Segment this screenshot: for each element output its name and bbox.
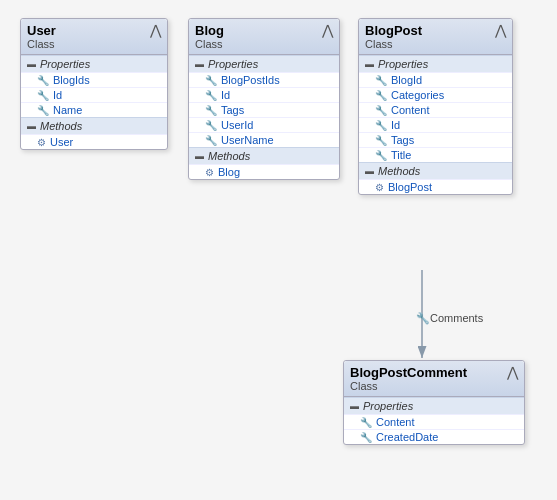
wrench-icon-categories: 🔧 (375, 90, 387, 101)
section-label-properties-user: Properties (40, 58, 90, 70)
prop-row-categories[interactable]: 🔧 Categories (359, 87, 512, 102)
prop-row-blogid[interactable]: 🔧 BlogId (359, 72, 512, 87)
prop-name-blogpostids: BlogPostIds (221, 74, 280, 86)
method-name-blogpost: BlogPost (388, 181, 432, 193)
collapse-btn-user[interactable]: ⋀ (150, 23, 161, 37)
card-header-user: User Class ⋀ (21, 19, 167, 55)
class-stereotype-blogpost: Class (365, 38, 491, 50)
section-methods-blogpost: ▬ Methods (359, 162, 512, 179)
toggle-properties-blogpostcomment[interactable]: ▬ (350, 401, 359, 411)
wrench-icon-blogid: 🔧 (375, 75, 387, 86)
section-properties-blogpost: ▬ Properties (359, 55, 512, 72)
prop-name-createddate: CreatedDate (376, 431, 438, 443)
wrench-icon-blogids: 🔧 (37, 75, 49, 86)
connection-label-icon: 🔧 (416, 311, 430, 325)
class-name-blogpost: BlogPost (365, 23, 491, 38)
class-name-user: User (27, 23, 146, 38)
wrench-icon-userid: 🔧 (205, 120, 217, 131)
card-header-blogpost: BlogPost Class ⋀ (359, 19, 512, 55)
class-name-blogpostcomment: BlogPostComment (350, 365, 503, 380)
toggle-properties-blog[interactable]: ▬ (195, 59, 204, 69)
prop-row-content[interactable]: 🔧 Content (359, 102, 512, 117)
wrench-icon-tags: 🔧 (205, 105, 217, 116)
section-label-methods-blog: Methods (208, 150, 250, 162)
prop-name-blog-id: Id (221, 89, 230, 101)
wrench-icon-content: 🔧 (375, 105, 387, 116)
method-icon-blog: ⚙ (205, 167, 214, 178)
class-card-user: User Class ⋀ ▬ Properties 🔧 BlogIds 🔧 Id… (20, 18, 168, 150)
section-properties-blog: ▬ Properties (189, 55, 339, 72)
card-body-blog: ▬ Properties 🔧 BlogPostIds 🔧 Id 🔧 Tags 🔧… (189, 55, 339, 179)
wrench-icon-username: 🔧 (205, 135, 217, 146)
prop-name-post-tags: Tags (391, 134, 414, 146)
toggle-methods-user[interactable]: ▬ (27, 121, 36, 131)
toggle-methods-blogpost[interactable]: ▬ (365, 166, 374, 176)
wrench-icon-title: 🔧 (375, 150, 387, 161)
prop-name-post-id: Id (391, 119, 400, 131)
wrench-icon-id: 🔧 (37, 90, 49, 101)
method-row-user[interactable]: ⚙ User (21, 134, 167, 149)
card-body-blogpost: ▬ Properties 🔧 BlogId 🔧 Categories 🔧 Con… (359, 55, 512, 194)
section-label-properties-blogpostcomment: Properties (363, 400, 413, 412)
collapse-btn-blogpost[interactable]: ⋀ (495, 23, 506, 37)
diagram-canvas: Comments 🔧 User Class ⋀ ▬ Properties 🔧 B… (0, 0, 557, 500)
section-properties-blogpostcomment: ▬ Properties (344, 397, 524, 414)
prop-row-id[interactable]: 🔧 Id (21, 87, 167, 102)
prop-row-post-tags[interactable]: 🔧 Tags (359, 132, 512, 147)
class-card-blogpostcomment: BlogPostComment Class ⋀ ▬ Properties 🔧 C… (343, 360, 525, 445)
section-label-properties-blogpost: Properties (378, 58, 428, 70)
prop-name-categories: Categories (391, 89, 444, 101)
toggle-properties-blogpost[interactable]: ▬ (365, 59, 374, 69)
prop-name-comment-content: Content (376, 416, 415, 428)
class-stereotype-user: Class (27, 38, 146, 50)
card-body-blogpostcomment: ▬ Properties 🔧 Content 🔧 CreatedDate (344, 397, 524, 444)
prop-name-userid: UserId (221, 119, 253, 131)
prop-name-blogids: BlogIds (53, 74, 90, 86)
prop-name-tags: Tags (221, 104, 244, 116)
method-row-blogpost[interactable]: ⚙ BlogPost (359, 179, 512, 194)
collapse-btn-blog[interactable]: ⋀ (322, 23, 333, 37)
prop-name-content: Content (391, 104, 430, 116)
method-name-blog: Blog (218, 166, 240, 178)
prop-row-createddate[interactable]: 🔧 CreatedDate (344, 429, 524, 444)
section-label-methods-blogpost: Methods (378, 165, 420, 177)
section-label-methods-user: Methods (40, 120, 82, 132)
class-stereotype-blogpostcomment: Class (350, 380, 503, 392)
wrench-icon-name: 🔧 (37, 105, 49, 116)
prop-row-name[interactable]: 🔧 Name (21, 102, 167, 117)
class-stereotype-blog: Class (195, 38, 318, 50)
prop-row-post-id[interactable]: 🔧 Id (359, 117, 512, 132)
wrench-icon-blog-id: 🔧 (205, 90, 217, 101)
toggle-methods-blog[interactable]: ▬ (195, 151, 204, 161)
prop-row-tags[interactable]: 🔧 Tags (189, 102, 339, 117)
class-card-blog: Blog Class ⋀ ▬ Properties 🔧 BlogPostIds … (188, 18, 340, 180)
method-name-user: User (50, 136, 73, 148)
prop-row-userid[interactable]: 🔧 UserId (189, 117, 339, 132)
wrench-icon-post-id: 🔧 (375, 120, 387, 131)
collapse-btn-blogpostcomment[interactable]: ⋀ (507, 365, 518, 379)
card-header-blog: Blog Class ⋀ (189, 19, 339, 55)
prop-name-title: Title (391, 149, 411, 161)
prop-name-name: Name (53, 104, 82, 116)
prop-name-username: UserName (221, 134, 274, 146)
prop-row-comment-content[interactable]: 🔧 Content (344, 414, 524, 429)
prop-name-id: Id (53, 89, 62, 101)
connection-label-comments: Comments (430, 312, 484, 324)
class-card-blogpost: BlogPost Class ⋀ ▬ Properties 🔧 BlogId 🔧… (358, 18, 513, 195)
prop-name-blogid: BlogId (391, 74, 422, 86)
prop-row-blog-id[interactable]: 🔧 Id (189, 87, 339, 102)
section-methods-user: ▬ Methods (21, 117, 167, 134)
prop-row-username[interactable]: 🔧 UserName (189, 132, 339, 147)
toggle-properties-user[interactable]: ▬ (27, 59, 36, 69)
wrench-icon-comment-content: 🔧 (360, 417, 372, 428)
card-body-user: ▬ Properties 🔧 BlogIds 🔧 Id 🔧 Name ▬ Met… (21, 55, 167, 149)
prop-row-blogids[interactable]: 🔧 BlogIds (21, 72, 167, 87)
method-row-blog[interactable]: ⚙ Blog (189, 164, 339, 179)
method-icon-user: ⚙ (37, 137, 46, 148)
class-name-blog: Blog (195, 23, 318, 38)
section-properties-user: ▬ Properties (21, 55, 167, 72)
prop-row-blogpostids[interactable]: 🔧 BlogPostIds (189, 72, 339, 87)
method-icon-blogpost: ⚙ (375, 182, 384, 193)
section-methods-blog: ▬ Methods (189, 147, 339, 164)
prop-row-title[interactable]: 🔧 Title (359, 147, 512, 162)
